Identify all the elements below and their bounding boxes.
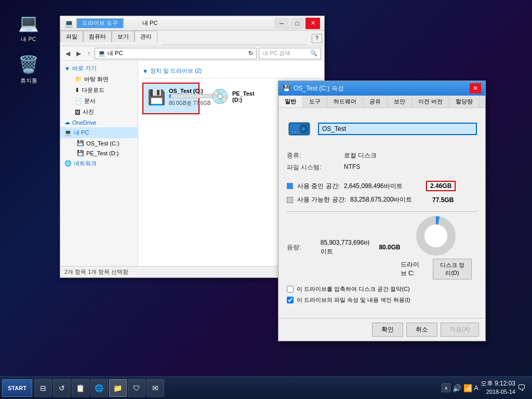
ribbon-tab-manage[interactable]: 관리 [135, 31, 157, 42]
drive-item-d[interactable]: 💿 PE_Test (D:) [206, 83, 263, 114]
dialog-tab-security[interactable]: 보안 [388, 96, 412, 108]
arrow-icon: ▼ [64, 65, 70, 72]
up-button[interactable]: ↑ [85, 49, 92, 58]
dialog-tab-hardware[interactable]: 하드웨어 [327, 96, 363, 108]
taskbar-icon-shield[interactable]: 🛡 [128, 379, 145, 397]
properties-dialog: 💾 OS_Test (C:) 속성 ✕ 일반 도구 하드웨어 공유 보안 이전 … [278, 81, 486, 341]
ribbon-tab-computer[interactable]: 컴퓨터 [83, 31, 112, 42]
section-arrow: ▼ [142, 68, 148, 74]
clock-date: 2018-05-14 [481, 388, 515, 396]
language-icon[interactable]: A [474, 384, 478, 392]
ribbon-tab-toolbar[interactable]: 드라이브 도구 [76, 18, 124, 29]
dialog-body: 종류: 로컬 디스크 파일 시스템: NTFS 사용 중인 공간: 2,645,… [278, 108, 485, 318]
folder-icon-addr: 💻 [98, 50, 105, 57]
drive-name-input[interactable] [318, 123, 477, 135]
clock[interactable]: 오후 9:12:03 2018-05-14 [481, 379, 515, 396]
ok-button[interactable]: 확인 [372, 323, 403, 337]
compress-label: 이 드라이브를 압축하여 디스크 공간 절약(C) [297, 285, 410, 293]
network-icon: 🌐 [64, 160, 72, 167]
info-row-fs: 파일 시스템: NTFS [287, 162, 477, 174]
used-bytes: 2,645,098,496바이트 [344, 182, 422, 191]
clock-time: 오후 9:12:03 [481, 379, 515, 388]
drive-item-c[interactable]: 💾 OS_Test (C:) 80.0GB중 77.6GB [142, 83, 200, 114]
index-checkbox[interactable] [287, 297, 294, 303]
search-box[interactable]: 내 PC 검색 🔍 [259, 48, 321, 59]
address-box[interactable]: 💻 내 PC ↻ [95, 48, 257, 59]
maximize-button[interactable]: □ [290, 18, 304, 29]
dialog-tab-prev-versions[interactable]: 이전 버전 [412, 96, 449, 108]
ribbon-tab-file[interactable]: 파일 [60, 31, 83, 42]
explorer-window-icon: 💻 [64, 19, 73, 28]
sidebar-item-pictures[interactable]: 🖼 사진 [60, 107, 138, 117]
drive-d-icon: 💾 [77, 150, 84, 156]
fs-value: NTFS [344, 163, 360, 172]
used-human-highlighted: 2.46GB [426, 181, 456, 191]
network-tray-icon[interactable]: 📶 [463, 384, 472, 392]
dialog-drive-icon: 💾 [283, 85, 290, 92]
hdd-icon-svg [287, 116, 312, 141]
drive-d-hdd-icon: 💿 [211, 88, 229, 105]
help-button[interactable]: ? [312, 34, 322, 43]
close-button[interactable]: ✕ [305, 18, 320, 29]
doc-icon: 📄 [75, 98, 82, 104]
dialog-tab-general[interactable]: 일반 [278, 96, 303, 108]
taskbar-icon-globe[interactable]: 🌐 [90, 379, 108, 397]
start-button[interactable]: START [2, 379, 32, 397]
drive-label: 드라이브 C: [401, 260, 422, 278]
globe-icon: 🌐 [95, 384, 103, 392]
compress-checkbox[interactable] [287, 286, 294, 292]
dialog-tab-quota[interactable]: 할당량 [449, 96, 480, 108]
dialog-close-button[interactable]: ✕ [470, 83, 481, 94]
sidebar-item-documents[interactable]: 📄 문서 [60, 96, 138, 107]
sidebar-item-c-drive[interactable]: 💾 OS_Test (C:) [60, 138, 138, 148]
capacity-label: 용량: [287, 243, 316, 252]
dialog-tab-tools[interactable]: 도구 [303, 96, 327, 108]
taskbar-icon-store[interactable]: 📋 [72, 379, 89, 397]
taskbar-icon-task-view[interactable]: ⊟ [34, 379, 52, 397]
sidebar-item-downloads[interactable]: ⬇ 다운로드 [60, 85, 138, 96]
capacity-bytes: 85,903,773,696바이트 [321, 238, 371, 256]
forward-button[interactable]: ▶ [74, 49, 83, 58]
compress-checkbox-row: 이 드라이브를 압축하여 디스크 공간 절약(C) [287, 284, 477, 295]
type-label: 종류: [287, 151, 344, 160]
refresh-button[interactable]: ↻ [248, 50, 253, 57]
explorer-title: 내 PC [142, 19, 157, 27]
dialog-footer: 확인 취소 적용(A) [278, 318, 485, 341]
shield-icon: 🛡 [133, 384, 140, 392]
desktop-icon-my-pc[interactable]: 💻 내 PC [10, 10, 47, 45]
taskbar-tray: ∧ 🔊 📶 A 오후 9:12:03 2018-05-14 🗨 [437, 379, 530, 396]
taskbar-icon-mail[interactable]: ✉ [147, 379, 164, 397]
status-text: 2개 항목 1개 항목 선택함 [64, 268, 128, 276]
dialog-title: OS_Test (C:) 속성 [294, 84, 344, 93]
tray-expand-button[interactable]: ∧ [442, 383, 450, 392]
back-button[interactable]: ◀ [63, 49, 72, 58]
desktop-icon-recycle-bin[interactable]: 🗑️ 휴지통 [10, 52, 47, 87]
search-icon: 🔍 [310, 50, 317, 57]
titlebar-left: 💻 드라이브 도구 내 PC [64, 18, 157, 29]
sidebar-item-shortcuts-header[interactable]: ▼ 바로 가기 [60, 63, 138, 74]
sidebar-item-d-drive[interactable]: 💾 PE_Test (D:) [60, 148, 138, 158]
onedrive-icon: ☁ [64, 119, 70, 126]
svg-rect-5 [294, 131, 296, 132]
notification-icon[interactable]: 🗨 [517, 383, 526, 393]
my-pc-icon: 💻 [18, 12, 39, 33]
ribbon-tab-view[interactable]: 보기 [112, 31, 135, 42]
apply-button[interactable]: 적용(A) [441, 323, 479, 337]
dialog-checkboxes: 이 드라이브를 압축하여 디스크 공간 절약(C) 이 드라이브의 파일 속성 … [287, 284, 477, 305]
sidebar-item-onedrive-header[interactable]: ☁ OneDrive [60, 117, 138, 127]
dialog-tab-sharing[interactable]: 공유 [363, 96, 388, 108]
volume-icon[interactable]: 🔊 [453, 384, 461, 392]
minimize-button[interactable]: ─ [274, 18, 289, 29]
cancel-button[interactable]: 취소 [406, 323, 437, 337]
taskbar-icon-folder[interactable]: 📁 [109, 379, 127, 397]
sidebar-item-mypc-header[interactable]: 💻 내 PC [60, 127, 138, 138]
drive-d-info: PE_Test (D:) [232, 90, 258, 103]
recycle-bin-label: 휴지통 [20, 77, 37, 85]
mail-icon: ✉ [152, 384, 158, 392]
pic-icon: 🖼 [75, 109, 81, 115]
sidebar-item-network-header[interactable]: 🌐 네트워크 [60, 158, 138, 169]
download-icon: ⬇ [75, 87, 79, 94]
taskbar-icon-back[interactable]: ↺ [53, 379, 71, 397]
sidebar-item-desktop[interactable]: 📁 바탕 화면 [60, 74, 138, 85]
cleanup-button[interactable]: 디스크 정리(D) [433, 259, 472, 280]
